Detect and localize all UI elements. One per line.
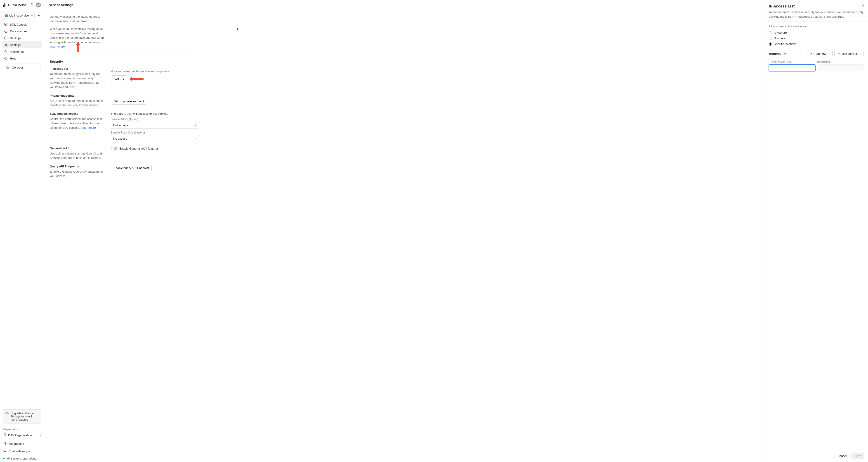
- brand-name: ClickHouse: [8, 3, 27, 7]
- panel-desc: To ensure an extra layer of security for…: [769, 10, 864, 19]
- chat-icon: [3, 449, 6, 453]
- annotation-arrow-icon: [76, 42, 79, 52]
- learn-more-link[interactable]: Learn more: [81, 126, 96, 129]
- org-name: DA's Organization: [8, 433, 32, 437]
- user-count-link[interactable]: 1 user: [124, 112, 132, 115]
- cancel-button[interactable]: Cancel: [835, 453, 849, 459]
- footer-label: All systems operational: [7, 457, 37, 460]
- org-section-label: Organization: [0, 426, 44, 432]
- activity-icon: [4, 50, 8, 53]
- help-icon: [4, 57, 8, 60]
- sidebar-item-backups[interactable]: Backups: [2, 35, 42, 41]
- use-current-ip-button[interactable]: ＋Use current IP: [834, 50, 864, 57]
- sql-title: SQL console access: [50, 112, 104, 115]
- allow-label: Allow access to this service from: [769, 25, 864, 28]
- add-service-button[interactable]: ＋: [36, 13, 41, 18]
- radio-specific[interactable]: Specific locations: [769, 41, 864, 47]
- sidebar-item-label: Help: [10, 57, 16, 60]
- footer-status[interactable]: All systems operational: [0, 455, 44, 462]
- svc-admin-select[interactable]: Full access ▴▾: [111, 122, 199, 129]
- enable-query-api-button[interactable]: Enable query API Endpoint: [111, 165, 152, 171]
- chevron-right-icon: ›: [40, 433, 41, 437]
- org-selector[interactable]: DA's Organization ›: [0, 432, 44, 440]
- footer-label: Chat with support: [8, 450, 31, 453]
- ip-access-panel: IP Access List To ensure an extra layer …: [764, 0, 868, 462]
- radio-label: Anywhere: [774, 31, 787, 34]
- qapi-desc: Enable a Generic Query API endpoint for …: [50, 170, 104, 178]
- nav: SQL Console Data sources Backups Setting…: [0, 20, 44, 74]
- description-input[interactable]: [817, 64, 864, 71]
- radio-anywhere[interactable]: Anywhere: [769, 30, 864, 35]
- toggle-icon: [111, 147, 118, 150]
- sidebar-item-label: Monitoring: [10, 50, 24, 53]
- add-new-ip-button[interactable]: ＋Add new IP: [807, 50, 833, 57]
- sidebar-item-label: Settings: [10, 43, 21, 47]
- pe-desc: Set up one or more endpoints to connect …: [50, 99, 104, 108]
- sidebar-item-label: Data sources: [10, 30, 27, 33]
- ip-access-title: IP access list: [50, 67, 104, 70]
- radio-nowhere[interactable]: Nowhere: [769, 35, 864, 41]
- sliders-icon: [4, 43, 8, 47]
- radio-icon: [769, 31, 772, 34]
- svg-point-11: [4, 444, 4, 444]
- chevron-updown-icon: ▴▾: [195, 137, 196, 140]
- connect-label: Connect: [12, 66, 23, 69]
- footer-integrations[interactable]: Integrations: [0, 440, 44, 447]
- ip-access-desc: To ensure an extra layer of security for…: [50, 72, 104, 89]
- status-dot-icon: [3, 458, 5, 459]
- sidebar-item-label: SQL Console: [10, 23, 27, 26]
- access-list-heading: Access list: [769, 52, 786, 56]
- service-selector[interactable]: My first service ▴▾: [3, 12, 35, 19]
- svg-point-12: [5, 444, 6, 444]
- connect-button[interactable]: Connect: [4, 64, 40, 71]
- setup-private-endpoint-button[interactable]: Set up private endpoint: [111, 98, 147, 105]
- genai-desc: Use LLM providers such as OpenAI and Ama…: [50, 151, 104, 160]
- sidebar-item-help[interactable]: Help: [2, 55, 42, 62]
- svg-point-9: [4, 442, 4, 443]
- svc-admin-label: Service Admin (1 user): [111, 118, 206, 121]
- building-icon: [3, 433, 6, 437]
- footer-label: Integrations: [8, 442, 24, 445]
- anywhere-link[interactable]: anywhere: [157, 70, 169, 73]
- puzzle-icon: [3, 442, 6, 446]
- svg-rect-8: [4, 434, 6, 436]
- panel-title: IP Access List: [769, 4, 864, 8]
- chevron-updown-icon: ▴▾: [31, 14, 33, 17]
- sql-desc: Control the permissions and access that …: [50, 117, 104, 130]
- genai-title: Generative AI: [50, 147, 104, 150]
- history-icon: [4, 36, 8, 40]
- main: Service Settings Get early access to the…: [44, 0, 868, 462]
- sidebar: ClickHouse DA My first service ▴▾ ＋ SQL …: [0, 0, 44, 462]
- ip-connect-text: You can connect to this service from any…: [111, 69, 206, 74]
- save-button[interactable]: Save: [852, 453, 864, 459]
- bell-icon[interactable]: [31, 3, 34, 7]
- upgrade-text: Upgrade in the next 30 days to unlock mo…: [11, 412, 39, 421]
- learn-more-link[interactable]: Learn more: [50, 45, 65, 48]
- qapi-title: Query API Endpoints: [50, 165, 104, 168]
- sidebar-item-monitoring[interactable]: Monitoring: [2, 48, 42, 55]
- svg-rect-0: [4, 23, 7, 25]
- radio-label: Nowhere: [774, 37, 785, 40]
- plus-icon: ＋: [837, 52, 840, 56]
- chevron-updown-icon: ▴▾: [195, 124, 196, 126]
- sidebar-item-data-sources[interactable]: Data sources: [2, 28, 42, 35]
- add-ips-button[interactable]: Add IPs: [111, 75, 127, 82]
- annotation-arrow-icon: [130, 78, 144, 80]
- plus-circle-icon: [4, 29, 8, 33]
- logo[interactable]: ClickHouse: [3, 3, 29, 7]
- sidebar-item-sql-console[interactable]: SQL Console: [2, 21, 42, 28]
- svc-ro-select[interactable]: No access ▴▾: [111, 135, 199, 142]
- genai-toggle-row[interactable]: Enable Generative AI features: [111, 147, 206, 150]
- avatar[interactable]: DA: [36, 2, 41, 7]
- ip-input[interactable]: [769, 64, 815, 71]
- upgrade-notice[interactable]: Upgrade in the next 30 days to unlock mo…: [3, 409, 41, 424]
- svc-ro-label: Service Read Only (0 users): [111, 131, 206, 134]
- cursor-icon: ➤: [237, 27, 239, 31]
- select-value: Full access: [113, 123, 128, 127]
- close-icon[interactable]: ✕: [862, 3, 865, 8]
- sidebar-item-settings[interactable]: Settings: [2, 41, 42, 48]
- radio-icon: [769, 37, 772, 40]
- footer-chat[interactable]: Chat with support: [0, 447, 44, 455]
- fast-release-desc1: Get early access to the latest features,…: [50, 15, 104, 23]
- toggle-label: Enable Generative AI features: [119, 147, 158, 150]
